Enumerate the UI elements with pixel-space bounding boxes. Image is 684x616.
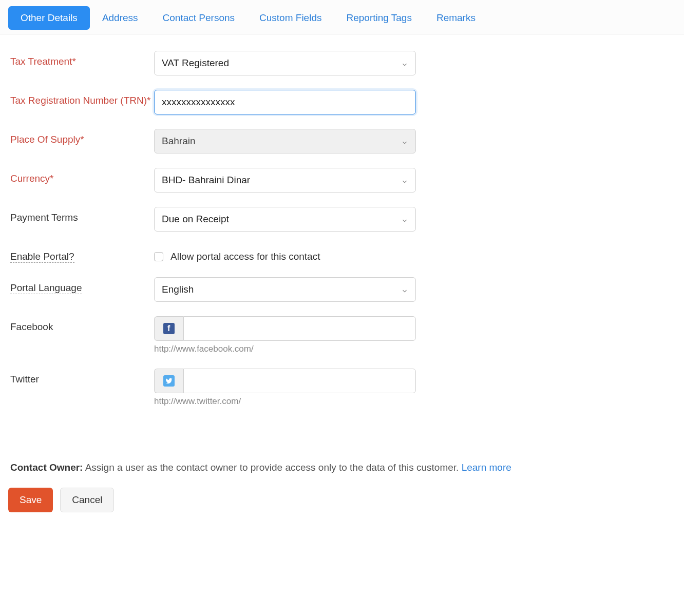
place-of-supply-value: Bahrain: [162, 136, 196, 147]
twitter-label: Twitter: [10, 374, 39, 384]
currency-select[interactable]: BHD- Bahraini Dinar: [154, 168, 416, 192]
payment-terms-select[interactable]: Due on Receipt: [154, 207, 416, 232]
cancel-button[interactable]: Cancel: [60, 488, 114, 512]
tab-other-details[interactable]: Other Details: [8, 6, 90, 30]
chevron-down-icon: [401, 177, 408, 184]
facebook-addon: f: [154, 316, 183, 341]
chevron-down-icon: [401, 60, 408, 67]
twitter-hint: http://www.twitter.com/: [154, 396, 416, 407]
portal-language-label: Portal Language: [10, 282, 82, 294]
trn-input[interactable]: xxxxxxxxxxxxxxx: [154, 90, 416, 114]
tab-address[interactable]: Address: [90, 6, 150, 30]
tab-custom-fields[interactable]: Custom Fields: [247, 6, 334, 30]
chevron-down-icon: [401, 216, 408, 223]
tabs-bar: Other Details Address Contact Persons Cu…: [0, 0, 684, 34]
tab-reporting-tags[interactable]: Reporting Tags: [334, 6, 424, 30]
tax-treatment-label: Tax Treatment*: [10, 56, 76, 67]
twitter-addon: [154, 369, 183, 393]
tax-treatment-value: VAT Registered: [162, 57, 229, 69]
form-panel: Tax Treatment* VAT Registered Tax Regist…: [0, 34, 684, 441]
portal-language-select[interactable]: English: [154, 277, 416, 302]
contact-owner-text: Contact Owner: Assign a user as the cont…: [0, 441, 684, 473]
chevron-down-icon: [401, 286, 408, 293]
place-of-supply-select[interactable]: Bahrain: [154, 129, 416, 153]
learn-more-link[interactable]: Learn more: [462, 462, 511, 473]
trn-value: xxxxxxxxxxxxxxx: [162, 97, 235, 108]
portal-language-value: English: [162, 284, 194, 295]
enable-portal-label: Enable Portal?: [10, 251, 74, 263]
twitter-icon: [163, 375, 175, 387]
facebook-input[interactable]: [183, 316, 416, 341]
save-button[interactable]: Save: [8, 488, 53, 512]
contact-owner-bold: Contact Owner:: [10, 462, 83, 473]
twitter-input[interactable]: [183, 369, 416, 393]
enable-portal-checkbox-label: Allow portal access for this contact: [170, 251, 320, 262]
tab-remarks[interactable]: Remarks: [424, 6, 488, 30]
payment-terms-value: Due on Receipt: [162, 214, 229, 225]
contact-owner-desc: Assign a user as the contact owner to pr…: [83, 462, 461, 473]
facebook-hint: http://www.facebook.com/: [154, 344, 416, 354]
tab-contact-persons[interactable]: Contact Persons: [150, 6, 247, 30]
tax-treatment-select[interactable]: VAT Registered: [154, 51, 416, 75]
place-of-supply-label: Place Of Supply*: [10, 134, 84, 145]
trn-label: Tax Registration Number (TRN)*: [10, 95, 150, 106]
facebook-label: Facebook: [10, 321, 53, 332]
facebook-icon: f: [163, 323, 175, 334]
payment-terms-label: Payment Terms: [10, 212, 78, 223]
enable-portal-checkbox[interactable]: [154, 252, 163, 261]
currency-label: Currency*: [10, 173, 53, 184]
chevron-down-icon: [401, 138, 408, 145]
actions-bar: Save Cancel: [0, 473, 684, 512]
currency-value: BHD- Bahraini Dinar: [162, 175, 250, 186]
